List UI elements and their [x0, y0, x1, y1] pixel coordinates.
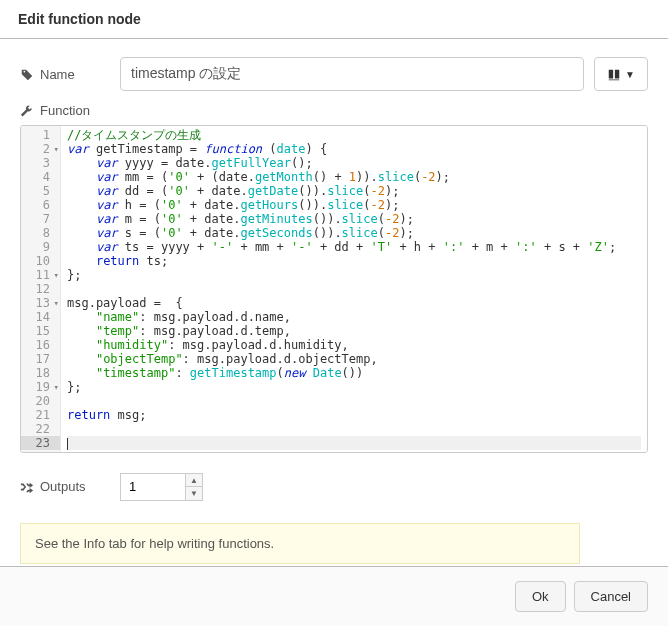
code-line[interactable]: "timestamp": getTimestamp(new Date()): [67, 366, 641, 380]
wrench-icon: [20, 103, 34, 119]
code-line[interactable]: var yyyy = date.getFullYear();: [67, 156, 641, 170]
line-number: 5: [21, 184, 50, 198]
line-number: 10: [21, 254, 50, 268]
code-line[interactable]: msg.payload = {: [67, 296, 641, 310]
outputs-label: Outputs: [20, 479, 120, 495]
outputs-spinner: ▲ ▼: [120, 473, 203, 501]
function-label-text: Function: [40, 103, 90, 118]
outputs-label-text: Outputs: [40, 479, 86, 494]
line-number: 19: [21, 380, 50, 394]
dialog-body: Name ▼ Function 123456789101112131415161…: [0, 39, 668, 574]
code-line[interactable]: [67, 436, 641, 450]
code-line[interactable]: "name": msg.payload.d.name,: [67, 310, 641, 324]
code-line[interactable]: var ts = yyyy + '-' + mm + '-' + dd + 'T…: [67, 240, 641, 254]
cancel-button[interactable]: Cancel: [574, 581, 648, 612]
editor-code[interactable]: //タイムスタンプの生成var getTimestamp = function …: [61, 126, 647, 452]
function-label: Function: [20, 103, 648, 119]
line-number: 22: [21, 422, 50, 436]
line-number: 17: [21, 352, 50, 366]
spinner-down[interactable]: ▼: [186, 487, 202, 500]
line-number: 12: [21, 282, 50, 296]
line-number: 7: [21, 212, 50, 226]
dialog-title: Edit function node: [0, 0, 668, 39]
line-number: 11: [21, 268, 50, 282]
code-line[interactable]: var h = ('0' + date.getHours()).slice(-2…: [67, 198, 641, 212]
line-number: 6: [21, 198, 50, 212]
book-icon: [607, 66, 621, 82]
code-line[interactable]: };: [67, 380, 641, 394]
name-row: Name ▼: [20, 57, 648, 91]
code-line[interactable]: "objectTemp": msg.payload.d.objectTemp,: [67, 352, 641, 366]
library-button[interactable]: ▼: [594, 57, 648, 91]
line-number: 18: [21, 366, 50, 380]
code-line[interactable]: var m = ('0' + date.getMinutes()).slice(…: [67, 212, 641, 226]
editor-gutter: 1234567891011121314151617181920212223: [21, 126, 61, 452]
line-number: 13: [21, 296, 50, 310]
code-line[interactable]: var mm = ('0' + (date.getMonth() + 1)).s…: [67, 170, 641, 184]
tag-icon: [20, 66, 34, 82]
code-line[interactable]: var dd = ('0' + date.getDate()).slice(-2…: [67, 184, 641, 198]
shuffle-icon: [20, 479, 34, 495]
code-line[interactable]: //タイムスタンプの生成: [67, 128, 641, 142]
name-label-text: Name: [40, 67, 75, 82]
dialog-footer: Ok Cancel: [0, 566, 668, 626]
line-number: 4: [21, 170, 50, 184]
outputs-row: Outputs ▲ ▼: [20, 473, 648, 501]
code-line[interactable]: [67, 282, 641, 296]
code-line[interactable]: var getTimestamp = function (date) {: [67, 142, 641, 156]
line-number: 14: [21, 310, 50, 324]
outputs-input[interactable]: [121, 474, 185, 500]
code-line[interactable]: "temp": msg.payload.d.temp,: [67, 324, 641, 338]
line-number: 20: [21, 394, 50, 408]
line-number: 9: [21, 240, 50, 254]
ok-button[interactable]: Ok: [515, 581, 566, 612]
code-line[interactable]: var s = ('0' + date.getSeconds()).slice(…: [67, 226, 641, 240]
name-input[interactable]: [120, 57, 584, 91]
code-line[interactable]: [67, 422, 641, 436]
line-number: 21: [21, 408, 50, 422]
name-label: Name: [20, 66, 120, 82]
line-number: 8: [21, 226, 50, 240]
code-line[interactable]: [67, 394, 641, 408]
spinner-up[interactable]: ▲: [186, 474, 202, 487]
code-line[interactable]: return ts;: [67, 254, 641, 268]
code-editor[interactable]: 1234567891011121314151617181920212223 //…: [20, 125, 648, 453]
code-line[interactable]: };: [67, 268, 641, 282]
caret-down-icon: ▼: [625, 69, 635, 80]
code-line[interactable]: return msg;: [67, 408, 641, 422]
line-number: 23: [21, 436, 60, 450]
line-number: 3: [21, 156, 50, 170]
info-tip: See the Info tab for help writing functi…: [20, 523, 580, 564]
line-number: 1: [21, 128, 50, 142]
line-number: 16: [21, 338, 50, 352]
line-number: 15: [21, 324, 50, 338]
code-line[interactable]: "humidity": msg.payload.d.humidity,: [67, 338, 641, 352]
line-number: 2: [21, 142, 50, 156]
